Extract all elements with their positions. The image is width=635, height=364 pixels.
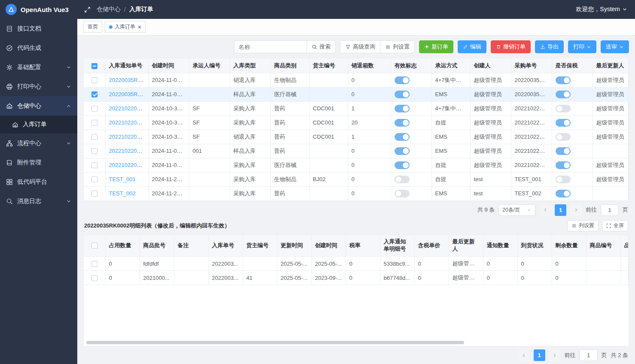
column-header[interactable]: 承运人编号 bbox=[189, 58, 230, 73]
notice-no-link[interactable]: TEST_001 bbox=[109, 176, 136, 182]
row-checkbox[interactable] bbox=[91, 176, 97, 182]
page-number-button[interactable]: 1 bbox=[555, 204, 566, 216]
new-order-button[interactable]: 新订单 bbox=[419, 40, 453, 53]
detail-column-header[interactable]: 入库单号 bbox=[208, 235, 243, 257]
notice-no-link[interactable]: 2022102203R... bbox=[109, 162, 149, 168]
cancel-order-button[interactable]: 撤销订单 bbox=[491, 40, 531, 53]
sidebar-item-print-center[interactable]: 打印中心 bbox=[0, 77, 77, 96]
tab-inbound-orders[interactable]: 入库订单 × bbox=[105, 21, 146, 33]
collapse-sidebar-icon[interactable] bbox=[84, 6, 91, 13]
detail-column-header[interactable]: 占用数量 bbox=[105, 235, 140, 257]
user-menu[interactable]: 欢迎您，System bbox=[576, 6, 627, 13]
notice-no-link[interactable]: 2022102203R... bbox=[109, 148, 149, 154]
column-header[interactable]: 采购单号 bbox=[511, 58, 552, 73]
detail-column-header[interactable]: 商品编号 bbox=[586, 235, 620, 257]
page-size-select[interactable]: 20条/页 bbox=[498, 204, 535, 216]
notice-no-link[interactable]: 2022102203R... bbox=[109, 105, 149, 112]
detail-next-page-button[interactable] bbox=[549, 349, 561, 361]
bonded-switch[interactable] bbox=[556, 161, 571, 169]
valid-flag-switch[interactable] bbox=[395, 119, 410, 127]
detail-column-header[interactable]: 品 bbox=[620, 235, 629, 257]
bonded-switch[interactable] bbox=[556, 76, 571, 84]
bonded-switch[interactable] bbox=[556, 133, 571, 141]
column-header[interactable]: 销退箱数 bbox=[348, 58, 391, 73]
column-header[interactable]: 创建时间 bbox=[148, 58, 189, 73]
notice-no-link[interactable]: 2022102203R... bbox=[109, 133, 149, 140]
detail-column-settings-button[interactable]: 列设置 bbox=[567, 220, 599, 231]
prev-page-button[interactable] bbox=[539, 204, 551, 216]
notice-no-link[interactable]: 2022102203R... bbox=[109, 119, 149, 126]
detail-prev-page-button[interactable] bbox=[518, 349, 530, 361]
bonded-switch[interactable] bbox=[556, 105, 571, 112]
sidebar-item-inbound-orders[interactable]: 入库订单 bbox=[0, 115, 77, 133]
export-button[interactable]: 导出 bbox=[535, 40, 564, 53]
sidebar-item-attachments[interactable]: 附件管理 bbox=[0, 153, 77, 172]
sidebar-item-base-config[interactable]: 基础配置 bbox=[0, 58, 77, 77]
detail-column-header[interactable]: 最后更新人 bbox=[449, 235, 483, 257]
search-input[interactable] bbox=[234, 40, 307, 53]
column-settings-button[interactable]: 列设置 bbox=[380, 40, 415, 53]
bonded-switch[interactable] bbox=[556, 190, 571, 197]
detail-column-header[interactable]: 到货状况 bbox=[517, 235, 552, 257]
valid-flag-switch[interactable] bbox=[395, 190, 410, 197]
column-header[interactable]: 承运方式 bbox=[431, 58, 470, 73]
detail-row[interactable]: 0 fdfdfdf 2022003... 2025-05-... 2025-05… bbox=[84, 257, 629, 271]
sidebar-item-lowcode[interactable]: 低代码平台 bbox=[0, 172, 77, 191]
valid-flag-switch[interactable] bbox=[395, 133, 410, 141]
row-checkbox[interactable] bbox=[91, 120, 97, 126]
row-checkbox[interactable] bbox=[91, 134, 97, 140]
next-page-button[interactable] bbox=[570, 204, 582, 216]
order-row[interactable]: TEST_002 2024-11-23 ... 采购入库 普药 0 EMS te… bbox=[84, 186, 629, 200]
breadcrumb-parent[interactable]: 仓储中心 bbox=[97, 6, 121, 13]
order-row[interactable]: 2022102203R... 2024-10-31 ... SF 采购入库 普药… bbox=[84, 101, 629, 115]
goto-page-input[interactable] bbox=[601, 204, 619, 216]
detail-column-header[interactable]: 创建时间 bbox=[311, 235, 346, 257]
order-row[interactable]: 20220035RK... 2024-11-06 ... 销退入库 生物制品 0… bbox=[84, 73, 629, 87]
row-checkbox[interactable] bbox=[91, 148, 97, 154]
horizontal-scrollbar[interactable] bbox=[86, 341, 626, 344]
order-row[interactable]: 2022102203R... 2024-11-07 ... 采购入库 医疗器械 … bbox=[84, 158, 629, 172]
valid-flag-switch[interactable] bbox=[395, 161, 410, 169]
sidebar-item-message-log[interactable]: 消息日志 bbox=[0, 191, 77, 211]
scrollbar-thumb[interactable] bbox=[86, 341, 464, 344]
detail-page-number-button[interactable]: 1 bbox=[534, 349, 545, 361]
detail-column-header[interactable]: 更新时间 bbox=[277, 235, 311, 257]
detail-goto-page-input[interactable] bbox=[580, 349, 598, 361]
valid-flag-switch[interactable] bbox=[395, 176, 410, 183]
detail-column-header[interactable]: 剩余数量 bbox=[552, 235, 586, 257]
detail-column-header[interactable]: 入库通知单明细号 bbox=[380, 235, 414, 257]
detail-column-header[interactable]: 备注 bbox=[174, 235, 208, 257]
detail-column-header[interactable]: 税率 bbox=[346, 235, 380, 257]
column-header[interactable]: 最后更新人 bbox=[592, 58, 629, 73]
column-header[interactable]: 货主编号 bbox=[309, 58, 348, 73]
column-header[interactable]: 商品类别 bbox=[270, 58, 309, 73]
sidebar-item-process-center[interactable]: 流程中心 bbox=[0, 133, 77, 153]
order-row[interactable]: 2022102203R... 2024-10-31 ... SF 采购入库 普药… bbox=[84, 115, 629, 130]
detail-row[interactable]: 0 2021000... 2022003... 41 2025-05-... 2… bbox=[84, 271, 629, 285]
order-row[interactable]: 2022102203R... 2024-11-07 ... 001 样品入库 普… bbox=[84, 144, 629, 158]
valid-flag-switch[interactable] bbox=[395, 91, 410, 98]
detail-column-header[interactable]: 通知数量 bbox=[483, 235, 517, 257]
detail-row-checkbox[interactable] bbox=[91, 261, 97, 267]
advanced-query-button[interactable]: 高级查询 bbox=[340, 40, 380, 53]
detail-column-header[interactable]: 商品批号 bbox=[140, 235, 174, 257]
row-checkbox[interactable] bbox=[91, 106, 97, 112]
valid-flag-switch[interactable] bbox=[395, 147, 410, 155]
row-checkbox[interactable] bbox=[91, 162, 97, 168]
column-header[interactable]: 有效标志 bbox=[391, 58, 431, 73]
bonded-switch[interactable] bbox=[556, 176, 571, 183]
column-header[interactable]: 入库类型 bbox=[230, 58, 270, 73]
row-checkbox[interactable] bbox=[91, 91, 97, 97]
order-row[interactable]: 2022102203R... 2024-10-31 ... SF 销退入库 普药… bbox=[84, 130, 629, 144]
sidebar-item-api-docs[interactable]: 接口文档 bbox=[0, 19, 77, 38]
sidebar-item-code-gen[interactable]: 代码生成 bbox=[0, 38, 77, 58]
tab-home[interactable]: 首页 bbox=[83, 21, 102, 33]
notice-no-link[interactable]: 20220035RK... bbox=[109, 91, 146, 97]
row-checkbox[interactable] bbox=[91, 191, 97, 197]
bonded-switch[interactable] bbox=[556, 91, 571, 98]
detail-column-header[interactable]: 含税单价 bbox=[414, 235, 449, 257]
detail-select-all-checkbox[interactable] bbox=[91, 243, 97, 249]
row-checkbox[interactable] bbox=[91, 77, 97, 83]
notice-no-link[interactable]: TEST_002 bbox=[109, 190, 136, 197]
column-header[interactable]: 创建人 bbox=[470, 58, 511, 73]
